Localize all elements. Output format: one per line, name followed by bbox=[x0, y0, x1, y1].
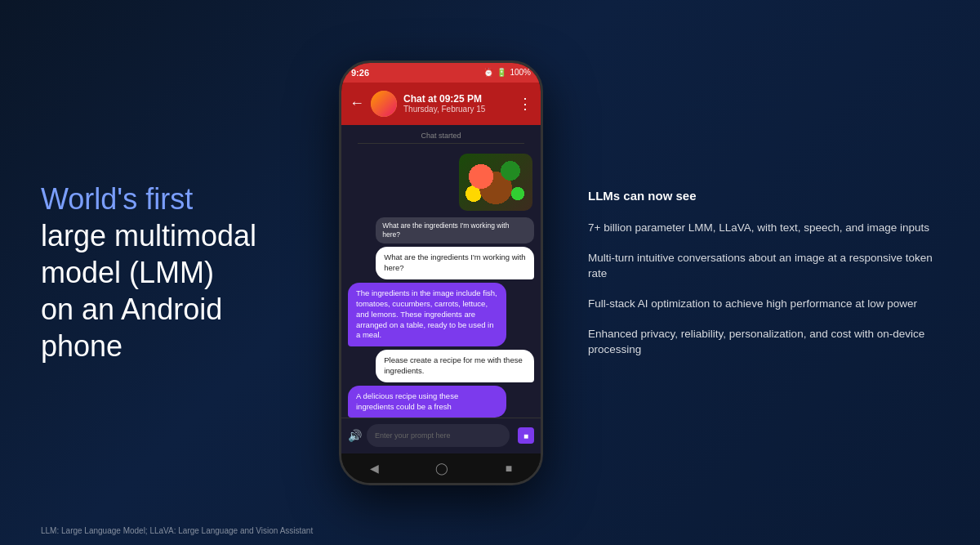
nav-bar: ◀ ◯ ■ bbox=[341, 453, 541, 483]
feature-item-1: LLMs can now see bbox=[588, 187, 947, 206]
chat-started-label: Chat started bbox=[341, 125, 541, 143]
feature-desc-2: 7+ billion parameter LMM, LLaVA, with te… bbox=[588, 221, 947, 236]
food-image-inner bbox=[459, 154, 532, 211]
status-bar: 9:26 ⏰ 🔋 100% bbox=[341, 63, 541, 83]
back-button[interactable]: ← bbox=[350, 95, 364, 112]
headline-normal: large multimodalmodel (LMM)on an Android… bbox=[41, 219, 256, 363]
feature-item-2: 7+ billion parameter LMM, LLaVA, with te… bbox=[588, 221, 947, 236]
food-image bbox=[459, 154, 532, 211]
headline: World's first large multimodalmodel (LMM… bbox=[41, 181, 286, 364]
app-bar: ← Chat at 09:25 PM Thursday, February 15… bbox=[341, 83, 541, 125]
input-field-container[interactable]: Enter your prompt here bbox=[367, 424, 510, 447]
chat-divider bbox=[358, 143, 524, 144]
food-image-container bbox=[341, 150, 541, 214]
recents-nav-icon[interactable]: ■ bbox=[506, 462, 512, 475]
feature-item-5: Enhanced privacy, reliability, personali… bbox=[588, 327, 947, 358]
feature-desc-5: Enhanced privacy, reliability, personali… bbox=[588, 327, 947, 358]
feature-title-1: LLMs can now see bbox=[588, 187, 947, 204]
phone-section: 9:26 ⏰ 🔋 100% ← Chat at 09:25 PM Thursda… bbox=[318, 0, 564, 545]
status-time: 9:26 bbox=[351, 68, 369, 78]
more-options-icon[interactable]: ⋮ bbox=[518, 95, 532, 113]
mic-icon[interactable]: 🔊 bbox=[348, 429, 362, 442]
chat-subtitle: Thursday, February 15 bbox=[403, 105, 511, 114]
message-text-4: Please create a recipe for me with these… bbox=[384, 355, 523, 375]
feature-desc-3: Multi-turn intuitive conversations about… bbox=[588, 251, 947, 282]
messages-area: What are the ingredients I'm working wit… bbox=[341, 214, 541, 418]
right-section: LLMs can now see 7+ billion parameter LM… bbox=[564, 163, 980, 382]
left-section: World's first large multimodalmodel (LMM… bbox=[0, 148, 318, 397]
page-container: World's first large multimodalmodel (LMM… bbox=[0, 0, 980, 545]
feature-item-4: Full-stack AI optimization to achieve hi… bbox=[588, 297, 947, 312]
home-nav-icon[interactable]: ◯ bbox=[435, 462, 448, 475]
back-nav-icon[interactable]: ◀ bbox=[370, 462, 379, 475]
message-bubble-4: Please create a recipe for me with these… bbox=[376, 350, 534, 382]
avatar bbox=[371, 91, 397, 117]
feature-item-3: Multi-turn intuitive conversations about… bbox=[588, 251, 947, 282]
message-bubble-5: A delicious recipe using these ingredien… bbox=[348, 386, 506, 418]
battery-percent: 100% bbox=[510, 68, 531, 77]
send-button[interactable]: ■ bbox=[518, 427, 534, 444]
message-text-2: What are the ingredients I'm working wit… bbox=[384, 252, 525, 272]
chat-title-area: Chat at 09:25 PM Thursday, February 15 bbox=[403, 93, 511, 114]
send-icon: ■ bbox=[523, 431, 528, 440]
alarm-icon: ⏰ bbox=[483, 68, 493, 77]
headline-highlight: World's first bbox=[41, 182, 193, 216]
phone-device: 9:26 ⏰ 🔋 100% ← Chat at 09:25 PM Thursda… bbox=[339, 60, 543, 485]
message-text-3: The ingredients in the image include fis… bbox=[356, 288, 497, 339]
status-icons: ⏰ 🔋 100% bbox=[483, 68, 531, 77]
footer-note: LLM: Large Language Model; LLaVA: Large … bbox=[41, 526, 313, 535]
chat-title: Chat at 09:25 PM bbox=[403, 93, 511, 105]
message-bubble-3: The ingredients in the image include fis… bbox=[348, 283, 506, 346]
message-text-1: What are the ingredients I'm working wit… bbox=[382, 221, 509, 239]
message-text-5: A delicious recipe using these ingredien… bbox=[356, 391, 458, 411]
battery-icon: 🔋 bbox=[497, 68, 506, 77]
feature-desc-4: Full-stack AI optimization to achieve hi… bbox=[588, 297, 947, 312]
input-placeholder: Enter your prompt here bbox=[375, 431, 451, 440]
chat-body: Chat started What are the ingredients I'… bbox=[341, 125, 541, 418]
message-bubble-1: What are the ingredients I'm working wit… bbox=[376, 217, 534, 244]
message-bubble-2: What are the ingredients I'm working wit… bbox=[376, 247, 534, 279]
input-bar: 🔊 Enter your prompt here ■ bbox=[341, 418, 541, 453]
